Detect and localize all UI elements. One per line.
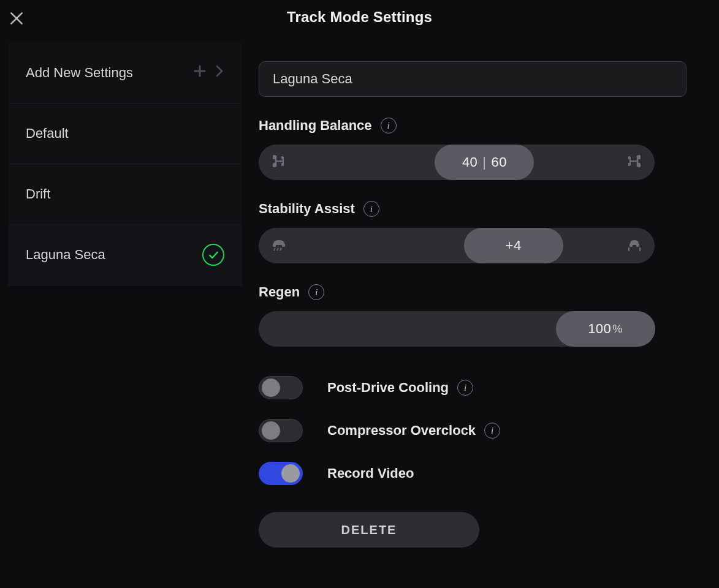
svg-rect-9 xyxy=(281,163,283,166)
stability-assist-slider[interactable]: +4 xyxy=(259,228,655,263)
regen-label: Regen xyxy=(259,284,300,300)
chevron-right-icon xyxy=(215,64,224,82)
handling-front-value: 40 xyxy=(462,154,477,170)
sidebar-item-default[interactable]: Default xyxy=(9,104,242,164)
record-video-toggle[interactable] xyxy=(259,462,303,485)
check-icon xyxy=(202,244,224,266)
close-button[interactable] xyxy=(9,10,25,26)
close-icon xyxy=(9,10,25,26)
svg-rect-21 xyxy=(636,244,639,247)
sidebar-item-label: Laguna Seca xyxy=(26,247,105,263)
handling-rear-value: 60 xyxy=(492,154,507,170)
svg-rect-20 xyxy=(630,244,633,247)
info-icon[interactable]: i xyxy=(308,284,324,300)
svg-rect-19 xyxy=(282,244,285,247)
sidebar-add-new[interactable]: Add New Settings xyxy=(9,43,242,104)
sidebar-add-label: Add New Settings xyxy=(26,65,133,81)
svg-rect-18 xyxy=(273,244,276,247)
compressor-overclock-label: Compressor Overclock xyxy=(327,423,476,439)
regen-unit: % xyxy=(612,323,623,336)
regen-slider[interactable]: 100% xyxy=(259,311,655,347)
post-drive-cooling-toggle[interactable] xyxy=(259,376,303,399)
page-title: Track Mode Settings xyxy=(287,9,432,26)
stability-assist-thumb[interactable]: +4 xyxy=(464,228,563,263)
post-drive-cooling-label: Post-Drive Cooling xyxy=(327,380,449,396)
sidebar-item-drift[interactable]: Drift xyxy=(9,164,242,225)
svg-rect-16 xyxy=(637,163,641,167)
svg-rect-6 xyxy=(273,163,276,167)
rear-bias-icon xyxy=(625,152,644,173)
info-icon[interactable]: i xyxy=(363,201,379,217)
stability-high-icon xyxy=(625,235,644,256)
svg-rect-13 xyxy=(628,163,630,166)
sidebar-item-label: Default xyxy=(26,126,69,141)
svg-rect-8 xyxy=(281,156,283,159)
regen-thumb[interactable]: 100% xyxy=(556,311,655,347)
delete-button[interactable]: DELETE xyxy=(259,512,479,548)
info-icon[interactable]: i xyxy=(457,380,473,396)
front-bias-icon xyxy=(270,152,288,173)
stability-value: +4 xyxy=(506,238,522,254)
regen-value: 100 xyxy=(588,321,611,337)
svg-rect-5 xyxy=(273,155,276,159)
record-video-label: Record Video xyxy=(327,466,414,481)
plus-icon xyxy=(192,64,207,82)
handling-balance-slider[interactable]: 40 | 60 xyxy=(259,145,655,180)
balance-separator: | xyxy=(482,154,486,170)
compressor-overclock-toggle[interactable] xyxy=(259,419,303,442)
svg-rect-15 xyxy=(637,155,641,159)
sidebar-item-laguna-seca[interactable]: Laguna Seca xyxy=(9,225,242,285)
info-icon[interactable]: i xyxy=(484,423,500,439)
stability-low-icon xyxy=(270,235,288,256)
info-icon[interactable]: i xyxy=(381,118,397,134)
stability-assist-label: Stability Assist xyxy=(259,201,355,217)
delete-label: DELETE xyxy=(341,523,397,537)
profile-name-input[interactable] xyxy=(259,61,687,97)
sidebar-item-label: Drift xyxy=(26,186,50,202)
sidebar: Add New Settings Default Drift Laguna Se… xyxy=(0,34,242,588)
main-panel: Handling Balance i 40 | 60 xyxy=(242,34,719,588)
handling-balance-label: Handling Balance xyxy=(259,118,372,134)
svg-rect-12 xyxy=(628,156,630,159)
handling-balance-thumb[interactable]: 40 | 60 xyxy=(435,145,534,180)
